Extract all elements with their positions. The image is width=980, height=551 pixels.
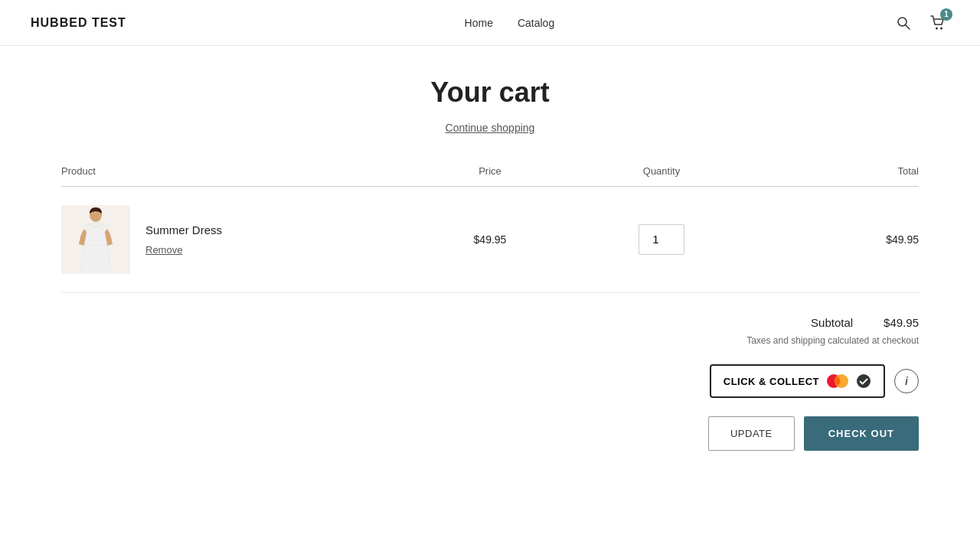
subtotal-label: Subtotal [811,316,853,329]
page-title: Your cart [61,77,919,109]
svg-point-3 [940,27,942,29]
dress-illustration [69,207,122,272]
search-button[interactable] [893,12,914,34]
header-quantity: Quantity [576,165,747,177]
checkout-button[interactable]: CHECK OUT [804,416,919,451]
cart-button[interactable]: 1 [926,11,949,34]
remove-button[interactable]: Remove [145,244,182,256]
summary-section: Subtotal $49.95 Taxes and shipping calcu… [61,316,919,451]
tax-note: Taxes and shipping calculated at checkou… [746,335,919,346]
search-icon [896,15,911,31]
nav-home[interactable]: Home [465,17,493,29]
svg-point-7 [857,374,871,388]
site-logo: HUBBED TEST [31,16,126,30]
update-button[interactable]: UPDATE [708,416,795,451]
svg-point-2 [936,27,938,29]
header-product: Product [61,165,404,177]
quantity-input[interactable] [639,224,684,255]
continue-shopping-section: Continue shopping [61,121,919,135]
site-header: HUBBED TEST Home Catalog 1 [0,0,980,46]
main-nav: Home Catalog [465,17,555,29]
price-cell: $49.95 [404,233,576,246]
product-image [61,205,130,274]
cart-count-badge: 1 [940,8,952,21]
buttons-row: UPDATE CHECK OUT [708,416,919,451]
product-info: Summer Dress Remove [145,223,222,256]
check-circle-icon [856,373,871,389]
subtotal-amount: $49.95 [884,316,919,329]
info-button[interactable]: i [894,369,919,393]
product-name: Summer Dress [145,223,222,236]
total-cell: $49.95 [747,233,919,246]
nav-catalog[interactable]: Catalog [518,17,554,29]
mastercard-icon [825,373,850,389]
click-collect-label: CLICK & COLLECT [724,376,819,387]
header-total: Total [747,165,919,177]
action-row: CLICK & COLLECT i [710,364,919,398]
main-content: Your cart Continue shopping Product Pric… [0,46,980,481]
header-icons: 1 [893,11,949,34]
svg-line-1 [906,24,910,29]
cart-table: Product Price Quantity Total [61,165,919,293]
product-cell: Summer Dress Remove [61,205,404,274]
header-price: Price [404,165,576,177]
table-row: Summer Dress Remove $49.95 $49.95 [61,187,919,293]
continue-shopping-link[interactable]: Continue shopping [446,122,535,134]
subtotal-row: Subtotal $49.95 [811,316,919,329]
cart-table-header: Product Price Quantity Total [61,165,919,187]
quantity-cell [576,224,747,255]
info-icon: i [905,375,908,387]
click-collect-button[interactable]: CLICK & COLLECT [710,364,885,398]
